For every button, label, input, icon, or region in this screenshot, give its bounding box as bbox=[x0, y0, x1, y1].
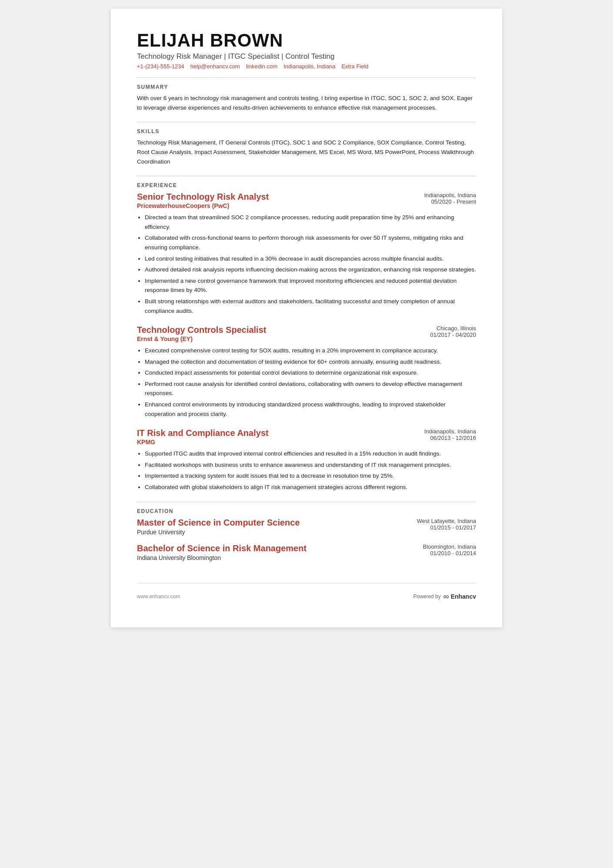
summary-section: SUMMARY With over 6 years in technology … bbox=[137, 84, 476, 112]
contact-linkedin: linkedin.com bbox=[246, 63, 277, 70]
bullet-1-3: Led control testing initiatives that res… bbox=[145, 254, 476, 264]
exp-location-date-3: Indianapolis, Indiana 06/2013 - 12/2016 bbox=[424, 428, 476, 441]
edu-location-1: West Lafayette, Indiana bbox=[417, 518, 476, 524]
enhancv-logo: ∞ Enhancv bbox=[443, 592, 476, 601]
summary-text: With over 6 years in technology risk man… bbox=[137, 94, 476, 112]
bullet-1-6: Built strong relationships with external… bbox=[145, 297, 476, 315]
edu-item-2: Bachelor of Science in Risk Management I… bbox=[137, 543, 476, 561]
candidate-name: ELIJAH BROWN bbox=[137, 30, 476, 50]
contact-row: +1-(234)-555-1234 help@enhancv.com linke… bbox=[137, 63, 476, 70]
exp-location-date-2: Chicago, Illinois 01/2017 - 04/2020 bbox=[430, 325, 476, 338]
edu-dates-1: 01/2015 - 01/2017 bbox=[417, 524, 476, 531]
contact-email: help@enhancv.com bbox=[190, 63, 240, 70]
edu-degree-block-2: Bachelor of Science in Risk Management I… bbox=[137, 543, 306, 561]
exp-dates-1: 05/2020 - Present bbox=[424, 198, 476, 205]
header-divider bbox=[137, 77, 476, 78]
bullet-2-2: Managed the collection and documentation… bbox=[145, 357, 476, 367]
bullet-1-4: Authored detailed risk analysis reports … bbox=[145, 265, 476, 275]
edu-school-2: Indiana University Bloomington bbox=[137, 554, 306, 561]
exp-bullets-1: Directed a team that streamlined SOC 2 c… bbox=[137, 213, 476, 315]
infinity-icon: ∞ bbox=[443, 592, 449, 601]
exp-title-3: IT Risk and Compliance Analyst bbox=[137, 428, 269, 438]
footer-brand: Powered by ∞ Enhancv bbox=[413, 592, 476, 601]
exp-location-3: Indianapolis, Indiana bbox=[424, 428, 476, 435]
summary-label: SUMMARY bbox=[137, 84, 476, 90]
bullet-2-3: Conducted impact assessments for potenti… bbox=[145, 368, 476, 378]
edu-degree-1: Master of Science in Computer Science bbox=[137, 518, 300, 528]
experience-divider bbox=[137, 502, 476, 502]
experience-item-2: Technology Controls Specialist Ernst & Y… bbox=[137, 325, 476, 419]
bullet-3-4: Collaborated with global stakeholders to… bbox=[145, 483, 476, 492]
page-footer: www.enhancv.com Powered by ∞ Enhancv bbox=[137, 583, 476, 601]
exp-title-1: Senior Technology Risk Analyst bbox=[137, 192, 269, 202]
bullet-3-2: Facilitated workshops with business unit… bbox=[145, 460, 476, 470]
exp-location-1: Indianapolis, Indiana bbox=[424, 192, 476, 198]
edu-item-1: Master of Science in Computer Science Pu… bbox=[137, 518, 476, 536]
bullet-2-5: Enhanced control environments by introdu… bbox=[145, 400, 476, 419]
skills-text: Technology Risk Management, IT General C… bbox=[137, 138, 476, 166]
edu-location-date-2: Bloomington, Indiana 01/2010 - 01/2014 bbox=[423, 543, 476, 556]
bullet-1-2: Collaborated with cross-functional teams… bbox=[145, 233, 476, 252]
contact-phone: +1-(234)-555-1234 bbox=[137, 63, 184, 70]
education-section: EDUCATION Master of Science in Computer … bbox=[137, 508, 476, 561]
skills-label: SKILLS bbox=[137, 128, 476, 134]
footer-website: www.enhancv.com bbox=[137, 593, 180, 600]
edu-location-date-1: West Lafayette, Indiana 01/2015 - 01/201… bbox=[417, 518, 476, 531]
exp-title-block-3: IT Risk and Compliance Analyst KPMG bbox=[137, 428, 269, 446]
bullet-2-4: Performed root cause analysis for identi… bbox=[145, 379, 476, 398]
edu-degree-block-1: Master of Science in Computer Science Pu… bbox=[137, 518, 300, 536]
bullet-1-1: Directed a team that streamlined SOC 2 c… bbox=[145, 213, 476, 231]
exp-title-2: Technology Controls Specialist bbox=[137, 325, 266, 335]
edu-location-2: Bloomington, Indiana bbox=[423, 543, 476, 550]
skills-divider bbox=[137, 176, 476, 176]
exp-header-3: IT Risk and Compliance Analyst KPMG Indi… bbox=[137, 428, 476, 446]
experience-label: EXPERIENCE bbox=[137, 182, 476, 188]
skills-section: SKILLS Technology Risk Management, IT Ge… bbox=[137, 128, 476, 166]
bullet-2-1: Executed comprehensive control testing f… bbox=[145, 346, 476, 355]
bullet-3-3: Implemented a tracking system for audit … bbox=[145, 471, 476, 481]
candidate-title: Technology Risk Manager | ITGC Specialis… bbox=[137, 52, 476, 61]
summary-divider bbox=[137, 122, 476, 122]
exp-company-2: Ernst & Young (EY) bbox=[137, 335, 266, 342]
exp-location-date-1: Indianapolis, Indiana 05/2020 - Present bbox=[424, 192, 476, 205]
contact-location: Indianapolis, Indiana bbox=[283, 63, 335, 70]
edu-header-1: Master of Science in Computer Science Pu… bbox=[137, 518, 476, 536]
exp-location-2: Chicago, Illinois bbox=[430, 325, 476, 332]
exp-company-1: PricewaterhouseCoopers (PwC) bbox=[137, 202, 269, 209]
exp-bullets-3: Supported ITGC audits that improved inte… bbox=[137, 449, 476, 492]
resume-page: ELIJAH BROWN Technology Risk Manager | I… bbox=[111, 9, 502, 627]
exp-dates-3: 06/2013 - 12/2016 bbox=[424, 435, 476, 441]
edu-degree-2: Bachelor of Science in Risk Management bbox=[137, 543, 306, 553]
brand-name: Enhancv bbox=[451, 593, 476, 600]
contact-extra: Extra Field bbox=[341, 63, 368, 70]
edu-header-2: Bachelor of Science in Risk Management I… bbox=[137, 543, 476, 561]
exp-header-1: Senior Technology Risk Analyst Pricewate… bbox=[137, 192, 476, 209]
edu-school-1: Purdue University bbox=[137, 529, 300, 536]
powered-by-text: Powered by bbox=[413, 593, 440, 600]
exp-company-3: KPMG bbox=[137, 439, 269, 446]
experience-item-3: IT Risk and Compliance Analyst KPMG Indi… bbox=[137, 428, 476, 492]
header-section: ELIJAH BROWN Technology Risk Manager | I… bbox=[137, 30, 476, 70]
education-label: EDUCATION bbox=[137, 508, 476, 514]
exp-title-block-1: Senior Technology Risk Analyst Pricewate… bbox=[137, 192, 269, 209]
exp-dates-2: 01/2017 - 04/2020 bbox=[430, 332, 476, 338]
experience-section: EXPERIENCE Senior Technology Risk Analys… bbox=[137, 182, 476, 492]
experience-item-1: Senior Technology Risk Analyst Pricewate… bbox=[137, 192, 476, 315]
exp-title-block-2: Technology Controls Specialist Ernst & Y… bbox=[137, 325, 266, 342]
bullet-1-5: Implemented a new control governance fra… bbox=[145, 276, 476, 295]
bullet-3-1: Supported ITGC audits that improved inte… bbox=[145, 449, 476, 459]
exp-header-2: Technology Controls Specialist Ernst & Y… bbox=[137, 325, 476, 342]
exp-bullets-2: Executed comprehensive control testing f… bbox=[137, 346, 476, 419]
edu-dates-2: 01/2010 - 01/2014 bbox=[423, 550, 476, 556]
